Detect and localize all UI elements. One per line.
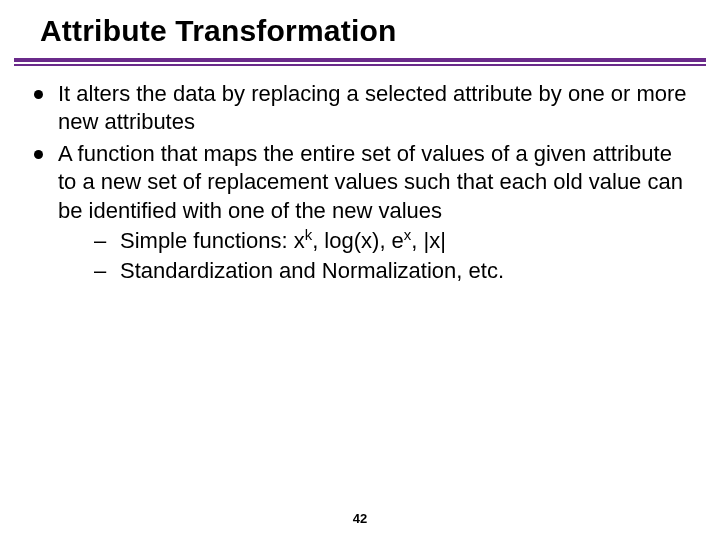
bullet-item: A function that maps the entire set of v… — [30, 140, 694, 285]
title-underline — [14, 58, 706, 66]
sep: , — [411, 228, 423, 253]
dash-item: Standardization and Normalization, etc. — [90, 257, 694, 285]
slide-body: It alters the data by replacing a select… — [0, 66, 720, 285]
dash-list: Simple functions: xk, log(x), ex, |x| St… — [58, 227, 694, 285]
sep: , — [312, 228, 324, 253]
func-base: e — [392, 228, 404, 253]
dash-text-prefix: Simple functions: — [120, 228, 294, 253]
slide: Attribute Transformation It alters the d… — [0, 0, 720, 540]
func-sup: k — [305, 225, 312, 242]
bullet-item: It alters the data by replacing a select… — [30, 80, 694, 136]
dash-text: Standardization and Normalization, etc. — [120, 258, 504, 283]
bullet-text: It alters the data by replacing a select… — [58, 81, 687, 134]
sep: , — [379, 228, 391, 253]
dash-item: Simple functions: xk, log(x), ex, |x| — [90, 227, 694, 255]
bullet-list: It alters the data by replacing a select… — [30, 80, 694, 285]
func: log(x) — [324, 228, 379, 253]
slide-title: Attribute Transformation — [0, 0, 720, 58]
bullet-text: A function that maps the entire set of v… — [58, 141, 683, 222]
page-number: 42 — [0, 511, 720, 526]
func: |x| — [424, 228, 446, 253]
func-base: x — [294, 228, 305, 253]
